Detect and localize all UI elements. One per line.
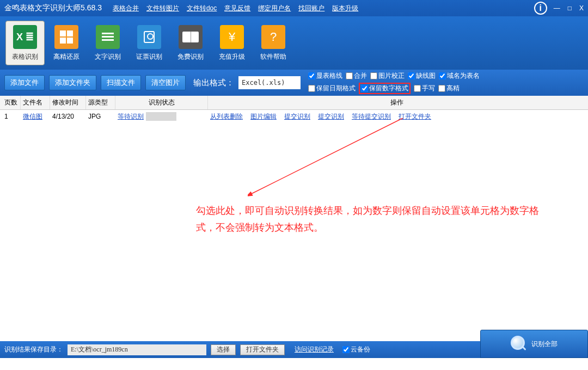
table-row[interactable]: 1 微信图 4/13/20 JPG 等待识别 从列表删除 图片编辑 提交识别 提…: [0, 110, 588, 123]
check-r1-4[interactable]: 域名为表名: [439, 71, 480, 81]
title-bar: 金鸣表格文字识别大师5.68.3 表格合并 文件转图片 文件转doc 意见反馈 …: [0, 0, 588, 16]
col-mtime[interactable]: 修改时间: [50, 96, 86, 109]
top-menu: 表格合并 文件转图片 文件转doc 意见反馈 绑定用户名 找回账户 版本升级: [113, 4, 358, 13]
col-filename[interactable]: 文件名: [21, 96, 50, 109]
menu-bind-user[interactable]: 绑定用户名: [258, 4, 291, 13]
svg-line-0: [250, 118, 403, 194]
check-r1-1[interactable]: 合并: [346, 71, 367, 81]
tool-table-ocr[interactable]: X ≣ 表格识别: [5, 21, 45, 65]
browse-button[interactable]: 选择: [211, 344, 236, 355]
table-body: 1 微信图 4/13/20 JPG 等待识别 从列表删除 图片编辑 提交识别 提…: [0, 110, 588, 341]
progress-placeholder: [146, 112, 176, 121]
open-folder-button[interactable]: 打开文件夹: [240, 344, 285, 355]
tool-text-ocr[interactable]: 文字识别: [88, 21, 127, 65]
tool-free-ocr[interactable]: 免费识别: [171, 21, 210, 65]
tool-recharge[interactable]: ¥ 充值升级: [212, 21, 252, 65]
op-open-folder[interactable]: 打开文件夹: [399, 112, 431, 121]
lines-icon: [96, 25, 120, 49]
window-controls: — □ X: [554, 4, 584, 12]
annotation-text: 勾选此处，即可自动识别转换结果，如为数字则保留自动设置该单元格为数字格式，不会强…: [196, 202, 544, 236]
output-format-label: 输出格式：: [193, 78, 234, 88]
minimize-button[interactable]: —: [554, 4, 560, 12]
close-button[interactable]: X: [579, 4, 584, 12]
op-submit-2[interactable]: 提交识别: [318, 112, 344, 121]
op-remove[interactable]: 从列表删除: [210, 112, 243, 121]
col-status[interactable]: 识别状态: [115, 96, 208, 109]
cell-status: 等待识别: [115, 112, 208, 121]
maximize-button[interactable]: □: [568, 4, 572, 12]
cell-filename[interactable]: 微信图: [21, 112, 50, 121]
table-header: 页数 文件名 修改时间 源类型 识别状态 操作: [0, 96, 588, 110]
options-bar: 添加文件 添加文件夹 扫描文件 清空图片 输出格式： Excel(.xls) 显…: [0, 70, 588, 96]
menu-merge[interactable]: 表格合并: [113, 4, 139, 13]
options-checkboxes: 显表格线合并图片校正缺线图域名为表名 保留日期格式保留数字格式手写高精: [308, 71, 480, 94]
col-type[interactable]: 源类型: [86, 96, 115, 109]
coin-icon: ¥: [220, 25, 244, 49]
status-bar: 识别结果保存目录： E:\文档\ocr_jm189cn 选择 打开文件夹 访问识…: [0, 341, 588, 358]
excel-icon: X ≣: [13, 25, 37, 49]
menu-feedback[interactable]: 意见反馈: [224, 4, 250, 13]
cell-type: JPG: [86, 113, 115, 120]
tool-help[interactable]: ? 软件帮助: [254, 21, 293, 65]
check-r2-1[interactable]: 保留数字格式: [359, 83, 411, 94]
check-r2-2[interactable]: 手写: [414, 84, 435, 93]
status-link[interactable]: 等待识别: [118, 112, 144, 121]
check-r2-3[interactable]: 高精: [438, 84, 460, 93]
cell-mtime: 4/13/20: [50, 113, 86, 120]
cell-ops: 从列表删除 图片编辑 提交识别 提交识别 等待提交识别 打开文件夹: [208, 112, 586, 121]
tool-high-precision[interactable]: 高精还原: [47, 21, 86, 65]
info-icon[interactable]: i: [534, 2, 547, 15]
save-dir-input[interactable]: E:\文档\ocr_jm189cn: [68, 344, 206, 355]
col-ops[interactable]: 操作: [208, 96, 586, 109]
help-icon: ?: [261, 25, 285, 49]
output-format-select[interactable]: Excel(.xls): [238, 76, 301, 89]
op-edit-image[interactable]: 图片编辑: [250, 112, 277, 121]
check-r1-3[interactable]: 缺线图: [408, 71, 436, 81]
menu-upgrade[interactable]: 版本升级: [332, 4, 358, 13]
menu-to-doc[interactable]: 文件转doc: [187, 4, 217, 13]
add-file-button[interactable]: 添加文件: [4, 75, 45, 90]
history-link[interactable]: 访问识别记录: [295, 345, 334, 354]
menu-recover[interactable]: 找回账户: [298, 4, 324, 13]
cell-page: 1: [2, 113, 21, 120]
save-dir-label: 识别结果保存目录：: [4, 345, 63, 354]
menu-to-image[interactable]: 文件转图片: [146, 4, 179, 13]
grid-icon: [54, 25, 78, 49]
annotation-arrow: [248, 118, 411, 205]
clear-images-button[interactable]: 清空图片: [145, 75, 186, 90]
app-title: 金鸣表格文字识别大师5.68.3: [4, 3, 102, 13]
id-card-icon: [137, 25, 161, 49]
check-r1-0[interactable]: 显表格线: [308, 71, 342, 81]
book-icon: [179, 25, 203, 49]
col-page[interactable]: 页数: [2, 96, 21, 109]
check-r2-0[interactable]: 保留日期格式: [308, 84, 356, 93]
add-folder-button[interactable]: 添加文件夹: [49, 75, 96, 90]
scan-file-button[interactable]: 扫描文件: [101, 75, 141, 90]
tool-ticket-ocr[interactable]: 证票识别: [130, 21, 169, 65]
recognize-all-button[interactable]: 识别全部: [480, 330, 588, 358]
check-r1-2[interactable]: 图片校正: [370, 71, 405, 81]
cloud-backup-checkbox[interactable]: 云备份: [342, 345, 370, 354]
op-wait-submit[interactable]: 等待提交识别: [352, 112, 391, 121]
magnifier-icon: [511, 336, 527, 352]
op-submit-1[interactable]: 提交识别: [284, 112, 310, 121]
main-toolbar: X ≣ 表格识别 高精还原 文字识别 证票识别 免费识别 ¥ 充值升级 ? 软件…: [0, 16, 588, 70]
